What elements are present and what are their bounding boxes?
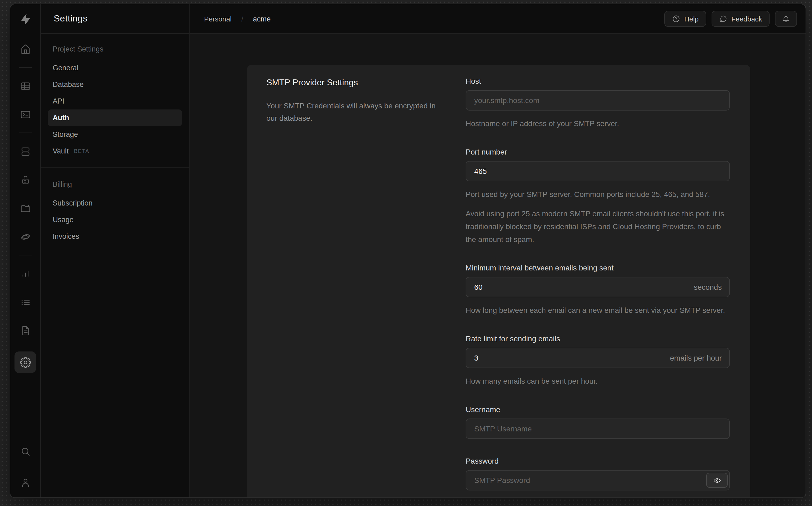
- nav-item-invoices[interactable]: Invoices: [48, 228, 182, 245]
- nav-item-storage[interactable]: Storage: [48, 126, 182, 143]
- nav-section-billing: Billing: [48, 175, 182, 195]
- section-title: SMTP Provider Settings: [267, 77, 444, 89]
- help-button[interactable]: Help: [664, 11, 706, 27]
- rate-limit-input[interactable]: [466, 348, 730, 368]
- storage-icon[interactable]: [16, 201, 34, 216]
- host-label: Host: [466, 77, 730, 86]
- help-icon: [672, 14, 680, 23]
- nav-item-api[interactable]: API: [48, 93, 182, 109]
- nav-section-project-settings: Project Settings: [48, 40, 182, 60]
- nav-item-general[interactable]: General: [48, 60, 182, 76]
- content-area: SMTP Provider Settings Your SMTP Credent…: [190, 34, 806, 497]
- settings-gear-icon[interactable]: [14, 351, 36, 373]
- rail-divider: [19, 67, 32, 68]
- field-port: Port number Port used by your SMTP serve…: [466, 148, 730, 246]
- rate-limit-helper: How many emails can be sent per hour.: [466, 374, 730, 388]
- port-note: Avoid using port 25 as modern SMTP email…: [466, 207, 730, 246]
- field-min-interval: Minimum interval between emails being se…: [466, 263, 730, 317]
- feedback-button-label: Feedback: [731, 15, 762, 23]
- rate-limit-label: Rate limit for sending emails: [466, 334, 730, 343]
- account-user-icon[interactable]: [16, 475, 34, 490]
- main-header: Personal / acme Help: [190, 4, 806, 33]
- settings-nav-header: Settings: [41, 4, 190, 33]
- host-helper: Hostname or IP address of your SMTP serv…: [466, 117, 730, 130]
- reports-icon[interactable]: [16, 266, 34, 281]
- section-meta: SMTP Provider Settings Your SMTP Credent…: [267, 77, 444, 491]
- port-helper: Port used by your SMTP server. Common po…: [466, 188, 730, 201]
- database-icon[interactable]: [16, 144, 34, 159]
- port-input[interactable]: [466, 161, 730, 181]
- edge-functions-icon[interactable]: [16, 229, 34, 244]
- breadcrumb-separator: /: [241, 15, 243, 23]
- notifications-button[interactable]: [775, 11, 797, 27]
- nav-item-auth-label: Auth: [53, 114, 69, 122]
- section-description: Your SMTP Credentials will always be enc…: [267, 100, 444, 124]
- help-button-label: Help: [684, 15, 699, 23]
- supabase-logo[interactable]: [10, 4, 40, 34]
- nav-item-usage[interactable]: Usage: [48, 212, 182, 228]
- home-icon[interactable]: [16, 41, 34, 56]
- beta-badge: BETA: [74, 148, 89, 154]
- top-header: Settings Personal / acme Help: [41, 4, 806, 34]
- sql-editor-icon[interactable]: [16, 107, 34, 122]
- search-icon[interactable]: [16, 444, 34, 459]
- breadcrumb: Personal / acme: [204, 15, 271, 23]
- rail-bottom-group: [16, 444, 34, 497]
- nav-divider: [41, 167, 189, 168]
- port-label: Port number: [466, 148, 730, 157]
- table-editor-icon[interactable]: [16, 78, 34, 93]
- auth-lock-icon[interactable]: [16, 172, 34, 187]
- nav-item-vault[interactable]: Vault BETA: [48, 143, 182, 159]
- password-reveal-button[interactable]: [706, 473, 728, 488]
- nav-item-database[interactable]: Database: [48, 76, 182, 93]
- desktop-backdrop: Settings Personal / acme Help: [0, 0, 812, 506]
- docs-icon[interactable]: [16, 323, 34, 338]
- min-interval-input[interactable]: [466, 277, 730, 297]
- rail-divider: [19, 255, 32, 255]
- password-input[interactable]: [466, 470, 730, 491]
- feedback-bubble-icon: [719, 14, 728, 23]
- field-host: Host Hostname or IP address of your SMTP…: [466, 77, 730, 130]
- settings-nav: Project Settings General Database API Au…: [41, 34, 190, 497]
- nav-item-subscription[interactable]: Subscription: [48, 195, 182, 212]
- password-label: Password: [466, 456, 730, 466]
- nav-item-auth[interactable]: Auth: [48, 109, 182, 126]
- field-username: Username: [466, 405, 730, 439]
- eye-icon: [713, 476, 721, 484]
- field-password: Password: [466, 456, 730, 491]
- feedback-button[interactable]: Feedback: [712, 11, 769, 27]
- breadcrumb-project[interactable]: acme: [253, 15, 271, 23]
- bell-icon: [782, 14, 791, 23]
- host-input[interactable]: [466, 90, 730, 110]
- smtp-settings-panel: SMTP Provider Settings Your SMTP Credent…: [247, 65, 750, 497]
- username-label: Username: [466, 405, 730, 414]
- smtp-form: Host Hostname or IP address of your SMTP…: [466, 77, 730, 491]
- nav-item-vault-label: Vault: [53, 147, 69, 155]
- field-rate-limit: Rate limit for sending emails emails per…: [466, 334, 730, 388]
- rail-divider: [19, 133, 32, 133]
- page-title: Settings: [54, 13, 87, 24]
- min-interval-label: Minimum interval between emails being se…: [466, 263, 730, 273]
- min-interval-helper: How long between each email can a new em…: [466, 304, 730, 317]
- username-input[interactable]: [466, 419, 730, 439]
- icon-rail: [10, 4, 41, 497]
- rail-icon-list: [10, 34, 40, 444]
- header-actions: Help Feedback: [664, 11, 797, 27]
- app-window: Settings Personal / acme Help: [10, 4, 806, 498]
- logs-icon[interactable]: [16, 294, 34, 310]
- breadcrumb-org[interactable]: Personal: [204, 15, 232, 23]
